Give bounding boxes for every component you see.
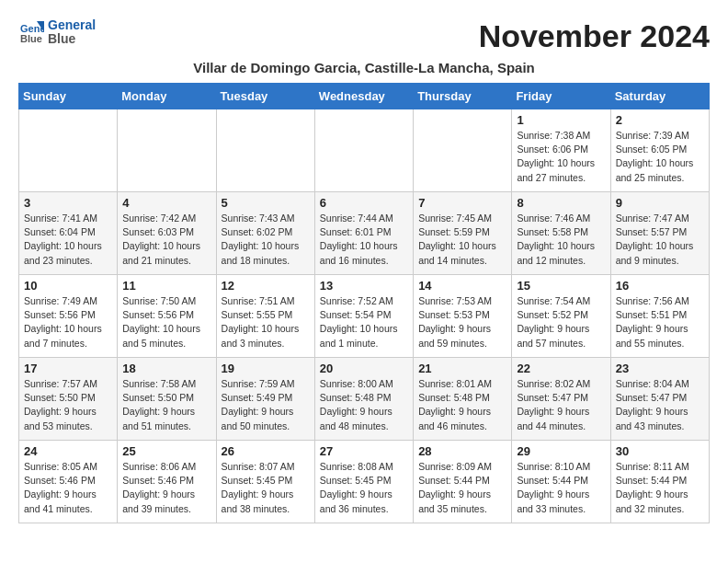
day-info: Sunrise: 8:05 AMSunset: 5:46 PMDaylight:… (24, 460, 112, 516)
calendar-cell: 8Sunrise: 7:46 AMSunset: 5:58 PMDaylight… (512, 192, 610, 275)
calendar-cell: 13Sunrise: 7:52 AMSunset: 5:54 PMDayligh… (314, 275, 413, 358)
day-info: Sunrise: 8:10 AMSunset: 5:44 PMDaylight:… (517, 460, 605, 516)
calendar-cell: 9Sunrise: 7:47 AMSunset: 5:57 PMDaylight… (610, 192, 709, 275)
calendar-cell: 14Sunrise: 7:53 AMSunset: 5:53 PMDayligh… (414, 275, 512, 358)
day-number: 22 (517, 362, 605, 375)
weekday-header-saturday: Saturday (610, 84, 709, 109)
weekday-header-tuesday: Tuesday (216, 84, 314, 109)
weekday-header-friday: Friday (512, 84, 610, 109)
weekday-header-thursday: Thursday (414, 84, 512, 109)
calendar-cell: 21Sunrise: 8:01 AMSunset: 5:48 PMDayligh… (414, 358, 512, 441)
weekday-header-monday: Monday (118, 84, 216, 109)
day-number: 25 (122, 444, 210, 458)
day-number: 9 (616, 196, 704, 210)
calendar-cell: 3Sunrise: 7:41 AMSunset: 6:04 PMDaylight… (19, 192, 118, 275)
month-year-title: November 2024 (479, 18, 710, 54)
day-number: 30 (616, 444, 704, 458)
day-number: 19 (222, 362, 310, 375)
weekday-header-wednesday: Wednesday (314, 84, 413, 109)
day-number: 12 (222, 279, 310, 293)
weekday-header-sunday: Sunday (19, 84, 118, 109)
day-number: 1 (517, 113, 605, 127)
calendar-cell: 22Sunrise: 8:02 AMSunset: 5:47 PMDayligh… (512, 358, 610, 441)
calendar-cell: 1Sunrise: 7:38 AMSunset: 6:06 PMDaylight… (512, 109, 610, 192)
calendar-cell: 24Sunrise: 8:05 AMSunset: 5:46 PMDayligh… (19, 441, 118, 523)
day-info: Sunrise: 8:06 AMSunset: 5:46 PMDaylight:… (122, 460, 210, 516)
calendar-cell (314, 109, 413, 192)
day-number: 16 (616, 279, 704, 293)
day-info: Sunrise: 7:57 AMSunset: 5:50 PMDaylight:… (24, 377, 112, 433)
logo-general: General (48, 18, 96, 32)
day-number: 4 (122, 196, 210, 210)
day-info: Sunrise: 7:39 AMSunset: 6:05 PMDaylight:… (616, 129, 704, 185)
day-info: Sunrise: 8:01 AMSunset: 5:48 PMDaylight:… (418, 377, 506, 433)
day-number: 11 (122, 279, 210, 293)
day-info: Sunrise: 7:46 AMSunset: 5:58 PMDaylight:… (517, 212, 605, 268)
calendar-cell: 17Sunrise: 7:57 AMSunset: 5:50 PMDayligh… (19, 358, 118, 441)
calendar-cell: 11Sunrise: 7:50 AMSunset: 5:56 PMDayligh… (118, 275, 216, 358)
day-info: Sunrise: 8:00 AMSunset: 5:48 PMDaylight:… (320, 377, 408, 433)
day-number: 26 (222, 444, 310, 458)
calendar-cell: 10Sunrise: 7:49 AMSunset: 5:56 PMDayligh… (19, 275, 118, 358)
day-info: Sunrise: 8:07 AMSunset: 5:45 PMDaylight:… (222, 460, 310, 516)
day-info: Sunrise: 7:38 AMSunset: 6:06 PMDaylight:… (517, 129, 605, 185)
day-info: Sunrise: 8:04 AMSunset: 5:47 PMDaylight:… (616, 377, 704, 433)
calendar-cell (19, 109, 118, 192)
calendar-cell: 25Sunrise: 8:06 AMSunset: 5:46 PMDayligh… (118, 441, 216, 523)
day-info: Sunrise: 7:47 AMSunset: 5:57 PMDaylight:… (616, 212, 704, 268)
day-number: 28 (418, 444, 506, 458)
day-info: Sunrise: 7:41 AMSunset: 6:04 PMDaylight:… (24, 212, 112, 268)
calendar-cell: 15Sunrise: 7:54 AMSunset: 5:52 PMDayligh… (512, 275, 610, 358)
day-info: Sunrise: 8:02 AMSunset: 5:47 PMDaylight:… (517, 377, 605, 433)
calendar-cell: 20Sunrise: 8:00 AMSunset: 5:48 PMDayligh… (314, 358, 413, 441)
logo-blue: Blue (48, 32, 96, 46)
calendar-cell: 26Sunrise: 8:07 AMSunset: 5:45 PMDayligh… (216, 441, 314, 523)
day-info: Sunrise: 7:59 AMSunset: 5:49 PMDaylight:… (222, 377, 310, 433)
day-info: Sunrise: 8:09 AMSunset: 5:44 PMDaylight:… (418, 460, 506, 516)
day-number: 21 (418, 362, 506, 375)
calendar-cell: 19Sunrise: 7:59 AMSunset: 5:49 PMDayligh… (216, 358, 314, 441)
calendar-cell: 29Sunrise: 8:10 AMSunset: 5:44 PMDayligh… (512, 441, 610, 523)
day-number: 8 (517, 196, 605, 210)
calendar-cell: 16Sunrise: 7:56 AMSunset: 5:51 PMDayligh… (610, 275, 709, 358)
calendar-cell: 2Sunrise: 7:39 AMSunset: 6:05 PMDaylight… (610, 109, 709, 192)
day-number: 5 (222, 196, 310, 210)
day-number: 13 (320, 279, 408, 293)
day-info: Sunrise: 7:56 AMSunset: 5:51 PMDaylight:… (616, 294, 704, 350)
day-number: 14 (418, 279, 506, 293)
day-number: 23 (616, 362, 704, 375)
day-number: 7 (418, 196, 506, 210)
calendar-cell: 4Sunrise: 7:42 AMSunset: 6:03 PMDaylight… (118, 192, 216, 275)
calendar-cell: 30Sunrise: 8:11 AMSunset: 5:44 PMDayligh… (610, 441, 709, 523)
calendar-cell: 18Sunrise: 7:58 AMSunset: 5:50 PMDayligh… (118, 358, 216, 441)
day-info: Sunrise: 7:43 AMSunset: 6:02 PMDaylight:… (222, 212, 310, 268)
day-number: 6 (320, 196, 408, 210)
day-number: 20 (320, 362, 408, 375)
day-number: 27 (320, 444, 408, 458)
location-subtitle: Villar de Domingo Garcia, Castille-La Ma… (18, 60, 710, 75)
day-info: Sunrise: 7:51 AMSunset: 5:55 PMDaylight:… (222, 294, 310, 350)
day-number: 29 (517, 444, 605, 458)
calendar-cell: 23Sunrise: 8:04 AMSunset: 5:47 PMDayligh… (610, 358, 709, 441)
calendar-cell (118, 109, 216, 192)
day-info: Sunrise: 7:50 AMSunset: 5:56 PMDaylight:… (122, 294, 210, 350)
day-info: Sunrise: 7:42 AMSunset: 6:03 PMDaylight:… (122, 212, 210, 268)
day-info: Sunrise: 7:53 AMSunset: 5:53 PMDaylight:… (418, 294, 506, 350)
general-blue-logo-icon: General Blue (18, 19, 44, 45)
day-info: Sunrise: 8:11 AMSunset: 5:44 PMDaylight:… (616, 460, 704, 516)
calendar-cell (414, 109, 512, 192)
calendar-cell: 7Sunrise: 7:45 AMSunset: 5:59 PMDaylight… (414, 192, 512, 275)
day-info: Sunrise: 8:08 AMSunset: 5:45 PMDaylight:… (320, 460, 408, 516)
calendar-cell: 5Sunrise: 7:43 AMSunset: 6:02 PMDaylight… (216, 192, 314, 275)
day-info: Sunrise: 7:54 AMSunset: 5:52 PMDaylight:… (517, 294, 605, 350)
logo: General Blue General Blue (18, 18, 96, 47)
day-number: 3 (24, 196, 112, 210)
day-number: 2 (616, 113, 704, 127)
svg-text:Blue: Blue (20, 33, 42, 44)
day-info: Sunrise: 7:52 AMSunset: 5:54 PMDaylight:… (320, 294, 408, 350)
day-info: Sunrise: 7:49 AMSunset: 5:56 PMDaylight:… (24, 294, 112, 350)
day-info: Sunrise: 7:44 AMSunset: 6:01 PMDaylight:… (320, 212, 408, 268)
calendar-cell: 27Sunrise: 8:08 AMSunset: 5:45 PMDayligh… (314, 441, 413, 523)
day-number: 10 (24, 279, 112, 293)
calendar-cell (216, 109, 314, 192)
